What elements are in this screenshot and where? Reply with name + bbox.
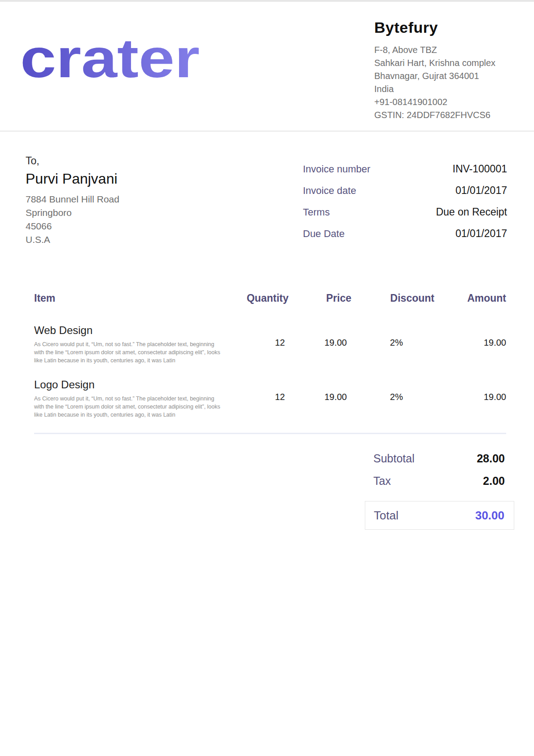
tax-value: 2.00 [483, 475, 505, 488]
column-header-quantity: Quantity [239, 292, 289, 304]
invoice-date-row: Invoice date 01/01/2017 [303, 185, 507, 197]
total-label: Total [374, 509, 398, 523]
bill-to-block: To, Purvi Panjvani 7884 Bunnel Hill Road… [26, 155, 219, 249]
items-table-header: Item Quantity Price Discount Amount [34, 292, 506, 304]
crater-logo: crater [20, 34, 202, 90]
company-gstin: GSTIN: 24DDF7682FHVCS6 [374, 109, 507, 122]
company-address-line: F-8, Above TBZ [374, 44, 507, 57]
subtotal-label: Subtotal [373, 452, 415, 465]
column-header-price: Price [289, 292, 351, 304]
customer-address: 7884 Bunnel Hill Road Springboro 45066 U… [26, 193, 219, 246]
item-amount: 19.00 [434, 324, 506, 365]
company-phone: +91-08141901002 [374, 96, 507, 109]
company-address-line: Bhavnagar, Gujrat 364001 [374, 70, 507, 83]
invoice-date-value: 01/01/2017 [455, 185, 507, 197]
invoice-meta: Invoice number INV-100001 Invoice date 0… [303, 163, 507, 249]
invoice-number-row: Invoice number INV-100001 [303, 163, 507, 175]
item-price: 19.00 [289, 324, 351, 365]
total-box: Total 30.00 [365, 501, 514, 530]
totals-section: Subtotal 28.00 Tax 2.00 Total 30.00 [365, 452, 514, 530]
item-price: 19.00 [289, 378, 351, 419]
item-description: As Cicero would put it, “Um, not so fast… [34, 340, 225, 365]
item-quantity: 12 [239, 378, 289, 419]
item-name: Web Design [34, 324, 239, 337]
company-address: F-8, Above TBZ Sahkari Hart, Krishna com… [374, 44, 507, 122]
item-description: As Cicero would put it, “Um, not so fast… [34, 395, 225, 419]
company-address-line: Sahkari Hart, Krishna complex [374, 57, 507, 70]
invoice-page: crater Bytefury F-8, Above TBZ Sahkari H… [0, 0, 534, 756]
column-header-discount: Discount [351, 292, 434, 304]
due-date-row: Due Date 01/01/2017 [303, 228, 507, 240]
item-discount: 2% [351, 324, 434, 365]
invoice-header: crater Bytefury F-8, Above TBZ Sahkari H… [0, 2, 534, 132]
logo-text: crater [20, 34, 200, 88]
due-date-label: Due Date [303, 228, 345, 240]
subtotal-value: 28.00 [477, 452, 505, 465]
column-header-item: Item [34, 292, 239, 304]
items-totals-divider [34, 433, 506, 434]
total-value: 30.00 [475, 509, 504, 523]
customer-name: Purvi Panjvani [26, 171, 219, 187]
tax-row: Tax 2.00 [365, 475, 514, 488]
bill-to-prefix: To, [26, 155, 219, 167]
terms-label: Terms [303, 207, 330, 218]
due-date-value: 01/01/2017 [455, 228, 507, 240]
billing-section: To, Purvi Panjvani 7884 Bunnel Hill Road… [0, 132, 534, 249]
items-table: Item Quantity Price Discount Amount Web … [34, 292, 506, 419]
customer-address-line: 45066 [26, 220, 219, 233]
tax-label: Tax [373, 475, 391, 488]
item-amount: 19.00 [434, 378, 506, 419]
terms-row: Terms Due on Receipt [303, 206, 507, 218]
invoice-date-label: Invoice date [303, 185, 356, 197]
company-name: Bytefury [374, 19, 507, 36]
company-info: Bytefury F-8, Above TBZ Sahkari Hart, Kr… [374, 19, 507, 122]
terms-value: Due on Receipt [436, 206, 507, 218]
item-cell: Logo Design As Cicero would put it, “Um,… [34, 378, 239, 419]
item-cell: Web Design As Cicero would put it, “Um, … [34, 324, 239, 365]
subtotal-row: Subtotal 28.00 [365, 452, 514, 465]
table-row: Logo Design As Cicero would put it, “Um,… [34, 378, 506, 419]
item-discount: 2% [351, 378, 434, 419]
column-header-amount: Amount [434, 292, 506, 304]
company-address-line: India [374, 83, 507, 96]
customer-address-line: 7884 Bunnel Hill Road [26, 193, 219, 206]
invoice-number-label: Invoice number [303, 163, 370, 175]
table-row: Web Design As Cicero would put it, “Um, … [34, 324, 506, 365]
item-name: Logo Design [34, 378, 239, 391]
customer-address-line: Springboro [26, 206, 219, 220]
invoice-number-value: INV-100001 [453, 163, 507, 175]
crater-logo-icon: crater [20, 34, 202, 88]
customer-address-line: U.S.A [26, 233, 219, 246]
item-quantity: 12 [239, 324, 289, 365]
